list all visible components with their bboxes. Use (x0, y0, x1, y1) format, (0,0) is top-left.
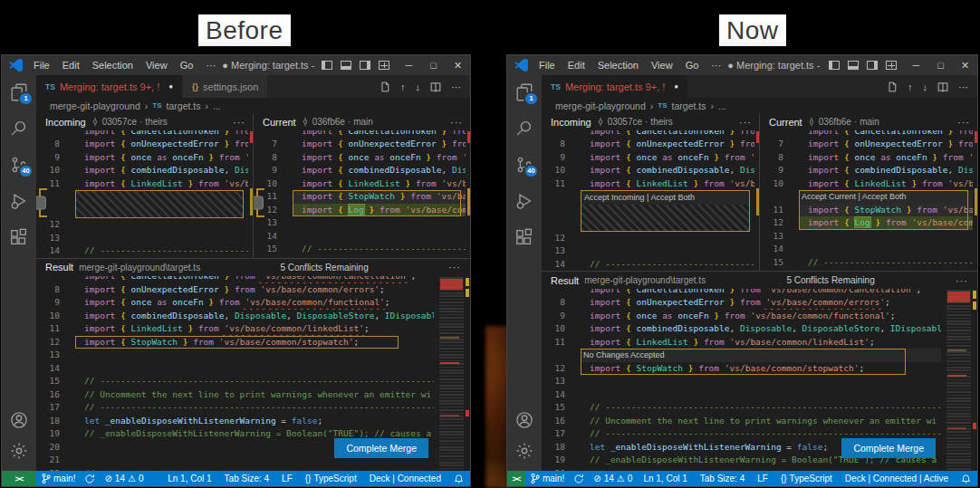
code-line[interactable]: 15// -----------------------------------… (254, 243, 466, 256)
code-line[interactable]: 10import { LinkedList } from 'vs/base/co… (760, 177, 973, 191)
code-line[interactable]: 8import { once as onceFn } from 'vs/base… (254, 151, 466, 165)
remote-indicator[interactable]: >< (2, 471, 36, 486)
breadcrumb-file[interactable]: target.ts (167, 100, 201, 111)
breadcrumb-symbol[interactable]: ... (718, 100, 726, 111)
current-editor[interactable]: import { CancellationToken } from 'vs/ba… (760, 130, 977, 271)
cursor-position-item[interactable]: Ln 1, Col 1 (637, 474, 693, 483)
accept-conflict-checkbox[interactable] (39, 188, 47, 217)
more-actions-button[interactable]: ··· (450, 117, 463, 128)
more-actions-button[interactable]: ··· (448, 262, 461, 273)
breadcrumb-symbol[interactable]: ... (213, 100, 221, 111)
code-line[interactable]: 8import { onUnexpectedError } from 'vs/b… (542, 138, 754, 151)
code-line[interactable]: 12import { StopWatch } from 'vs/base/com… (36, 336, 434, 349)
feed-status-item[interactable]: Deck | Connected | Active (839, 474, 955, 483)
eol-item[interactable]: LF (751, 474, 774, 483)
code-line[interactable]: import { CancellationToken } from 'vs/ba… (542, 289, 941, 296)
language-mode-item[interactable]: {}TypeScript (299, 474, 363, 483)
previous-conflict-icon[interactable]: ↑ (400, 81, 406, 92)
breadcrumb-folder[interactable]: merge-git-playground (50, 100, 140, 111)
customize-layout-icon[interactable] (379, 61, 389, 70)
close-button[interactable]: × (953, 55, 977, 75)
open-changes-icon[interactable] (887, 81, 898, 92)
problems-status-item[interactable]: ⊘14 ⚠0 (589, 474, 637, 483)
previous-conflict-icon[interactable]: ↑ (908, 81, 913, 92)
eol-item[interactable]: LF (275, 474, 299, 483)
code-line[interactable]: 13 (36, 232, 248, 245)
code-line[interactable]: 11import { StopWatch } from 'vs/base/com… (254, 190, 466, 204)
tab-merging[interactable]: TSMerging: target.ts 9+, !● (36, 75, 182, 98)
code-line[interactable]: 13 (36, 349, 434, 362)
more-actions-icon[interactable]: ··· (451, 81, 461, 92)
code-line[interactable]: 17// -----------------------------------… (36, 401, 434, 415)
cursor-position-item[interactable]: Ln 1, Col 1 (161, 474, 217, 483)
remote-indicator[interactable]: >< (507, 471, 525, 486)
current-editor[interactable]: import { CancellationToken } from 'vs/ba… (254, 130, 470, 258)
next-conflict-icon[interactable]: ↓ (923, 81, 928, 92)
sync-status-item[interactable] (80, 474, 100, 484)
code-line[interactable]: 9import { once as onceFn } from 'vs/base… (542, 310, 941, 323)
activity-source-control[interactable]: 40 (514, 154, 535, 176)
breadcrumb-file[interactable]: target.ts (672, 100, 706, 111)
close-button[interactable]: × (446, 55, 470, 75)
accept-conflict-checkbox[interactable] (256, 188, 264, 217)
code-line[interactable]: 14// -----------------------------------… (36, 244, 248, 258)
code-line[interactable]: 7import { onUnexpectedError } from 'vs/b… (254, 138, 466, 151)
code-line[interactable]: import { CancellationToken } from 'vs/ba… (542, 130, 754, 138)
code-line[interactable]: 9import { once as onceFn } from 'vs/base… (36, 296, 434, 310)
menu-item-go[interactable]: Go (679, 55, 706, 75)
code-line[interactable]: 10import { combinedDisposable, Disposabl… (36, 310, 434, 323)
activity-explorer[interactable]: 1 (514, 81, 535, 103)
code-line[interactable]: 14// -----------------------------------… (542, 258, 754, 272)
code-line[interactable]: 14 (542, 388, 941, 402)
split-editor-icon[interactable] (430, 81, 441, 92)
complete-merge-button[interactable]: Complete Merge (334, 438, 428, 458)
sync-status-item[interactable] (569, 474, 589, 484)
notifications-item[interactable] (955, 474, 977, 484)
code-line[interactable]: 10import { combinedDisposable, Disposabl… (36, 164, 248, 177)
code-line[interactable]: 13 (542, 375, 941, 388)
code-line[interactable]: 12import { StopWatch } from 'vs/base/com… (542, 362, 941, 376)
minimize-button[interactable]: ─ (904, 55, 928, 75)
code-line[interactable]: 13 (760, 230, 973, 244)
problems-status-item[interactable]: ⊘14 ⚠0 (100, 474, 148, 483)
incoming-editor[interactable]: import { CancellationToken } from 'vs/ba… (542, 130, 759, 271)
indentation-item[interactable]: Tab Size: 4 (694, 474, 751, 483)
language-mode-item[interactable]: {}TypeScript (774, 474, 839, 483)
code-line[interactable]: 7import { onUnexpectedError } from 'vs/b… (760, 138, 973, 151)
activity-search[interactable] (8, 118, 30, 139)
code-line[interactable]: 12 (36, 218, 248, 232)
code-line[interactable]: 8import { onUnexpectedError } from 'vs/b… (542, 296, 941, 310)
code-line[interactable]: 15// -----------------------------------… (36, 375, 434, 388)
menu-item-moremoremore[interactable]: ··· (705, 55, 727, 75)
more-actions-button[interactable]: ··· (233, 117, 245, 128)
tab-settings[interactable]: {}settings.json (182, 75, 267, 98)
more-actions-button[interactable]: ··· (957, 117, 970, 128)
menu-item-view[interactable]: View (139, 55, 174, 75)
code-line[interactable]: 8import { once as onceFn } from 'vs/base… (760, 151, 973, 165)
code-line[interactable]: 18let _enableDisposeWithListenerWarning … (36, 415, 434, 428)
complete-merge-button[interactable]: Complete Merge (841, 438, 936, 458)
code-line[interactable]: import { CancellationToken } from 'vs/ba… (36, 130, 248, 138)
branch-status-item[interactable]: main! (525, 473, 569, 484)
toggle-panel-icon[interactable] (848, 61, 859, 70)
tab-merging[interactable]: TSMerging: target.ts 9+, !● (542, 75, 687, 98)
activity-extensions[interactable] (8, 226, 30, 248)
maximize-button[interactable]: □ (421, 55, 446, 75)
feed-status-item[interactable]: Deck | Connected (363, 474, 447, 483)
code-line[interactable]: 14 (36, 362, 434, 376)
accept-incoming-actions[interactable]: Accept Incoming | Accept Both (581, 191, 749, 205)
open-changes-icon[interactable] (380, 81, 390, 92)
minimize-button[interactable]: ─ (397, 55, 421, 75)
menu-item-edit[interactable]: Edit (56, 55, 86, 75)
result-editor[interactable]: import { CancellationToken } from 'vs/ba… (36, 276, 470, 472)
activity-accounts[interactable] (8, 409, 30, 431)
activity-settings[interactable] (514, 440, 535, 462)
result-editor[interactable]: import { CancellationToken } from 'vs/ba… (542, 289, 977, 471)
code-line[interactable]: 10import { combinedDisposable, Disposabl… (542, 322, 941, 336)
code-line[interactable]: 20 (542, 467, 941, 472)
breadcrumb-folder[interactable]: merge-git-playground (555, 100, 646, 111)
code-line[interactable]: 11import { LinkedList } from 'vs/base/co… (36, 177, 248, 191)
code-line[interactable]: 11import { LinkedList } from 'vs/base/co… (542, 336, 941, 349)
code-line[interactable]: 15// -----------------------------------… (542, 401, 941, 415)
minimap[interactable] (439, 277, 464, 471)
